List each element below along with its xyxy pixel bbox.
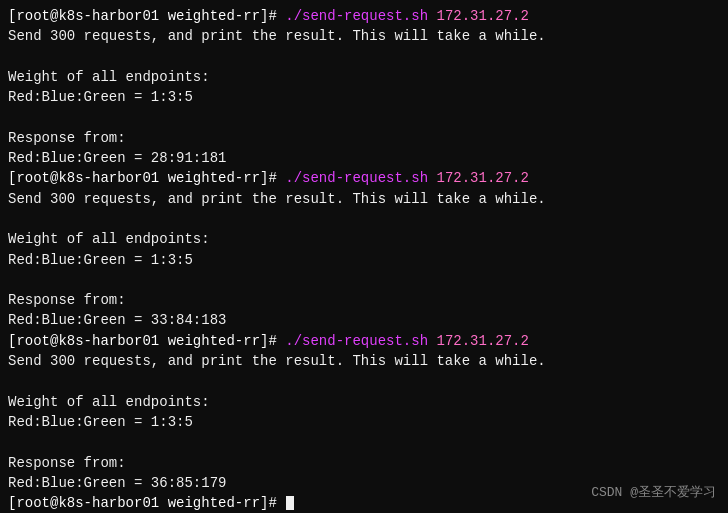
terminal-line: [root@k8s-harbor01 weighted-rr]# ./send-… [8, 331, 720, 351]
prompt-text: [root@k8s-harbor01 weighted-rr]# [8, 170, 285, 186]
terminal-line: Weight of all endpoints: [8, 392, 720, 412]
terminal-line: Send 300 requests, and print the result.… [8, 189, 720, 209]
terminal-line: Response from: [8, 453, 720, 473]
ip-text: 172.31.27.2 [428, 170, 529, 186]
terminal: [root@k8s-harbor01 weighted-rr]# ./send-… [0, 0, 728, 513]
prompt-text: [root@k8s-harbor01 weighted-rr]# [8, 333, 285, 349]
command-text: ./send-request.sh [285, 170, 428, 186]
terminal-line [8, 209, 720, 229]
terminal-line: Red:Blue:Green = 1:3:5 [8, 250, 720, 270]
terminal-line: Red:Blue:Green = 28:91:181 [8, 148, 720, 168]
terminal-line: [root@k8s-harbor01 weighted-rr]# ./send-… [8, 6, 720, 26]
terminal-line [8, 432, 720, 452]
terminal-line [8, 47, 720, 67]
terminal-line: Response from: [8, 290, 720, 310]
command-text: ./send-request.sh [285, 8, 428, 24]
prompt-text: [root@k8s-harbor01 weighted-rr]# [8, 8, 285, 24]
terminal-line: Weight of all endpoints: [8, 67, 720, 87]
cursor [286, 496, 294, 510]
prompt-text: [root@k8s-harbor01 weighted-rr]# [8, 495, 285, 511]
terminal-line [8, 371, 720, 391]
terminal-line: [root@k8s-harbor01 weighted-rr]# ./send-… [8, 168, 720, 188]
command-text: ./send-request.sh [285, 333, 428, 349]
terminal-line: Red:Blue:Green = 1:3:5 [8, 87, 720, 107]
terminal-line [8, 107, 720, 127]
watermark: CSDN @圣圣不爱学习 [591, 484, 716, 503]
terminal-line: Weight of all endpoints: [8, 229, 720, 249]
ip-text: 172.31.27.2 [428, 333, 529, 349]
terminal-line: Send 300 requests, and print the result.… [8, 351, 720, 371]
terminal-line: Response from: [8, 128, 720, 148]
terminal-line: Red:Blue:Green = 1:3:5 [8, 412, 720, 432]
terminal-line: Red:Blue:Green = 33:84:183 [8, 310, 720, 330]
terminal-line [8, 270, 720, 290]
terminal-line: Send 300 requests, and print the result.… [8, 26, 720, 46]
ip-text: 172.31.27.2 [428, 8, 529, 24]
